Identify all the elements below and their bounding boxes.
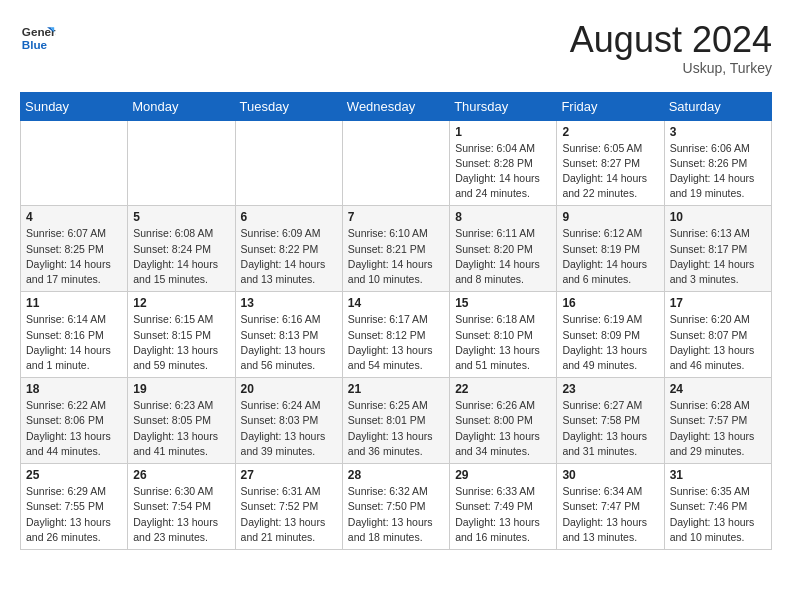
col-header-thursday: Thursday [450,92,557,120]
col-header-saturday: Saturday [664,92,771,120]
day-number: 26 [133,468,229,482]
logo: General Blue [20,20,56,56]
day-info: Sunrise: 6:14 AM Sunset: 8:16 PM Dayligh… [26,312,122,373]
calendar-cell: 15Sunrise: 6:18 AM Sunset: 8:10 PM Dayli… [450,292,557,378]
day-number: 16 [562,296,658,310]
day-info: Sunrise: 6:10 AM Sunset: 8:21 PM Dayligh… [348,226,444,287]
day-number: 29 [455,468,551,482]
day-number: 2 [562,125,658,139]
day-info: Sunrise: 6:06 AM Sunset: 8:26 PM Dayligh… [670,141,766,202]
day-info: Sunrise: 6:04 AM Sunset: 8:28 PM Dayligh… [455,141,551,202]
calendar-cell: 2Sunrise: 6:05 AM Sunset: 8:27 PM Daylig… [557,120,664,206]
calendar-cell: 31Sunrise: 6:35 AM Sunset: 7:46 PM Dayli… [664,464,771,550]
calendar-cell [21,120,128,206]
day-number: 3 [670,125,766,139]
calendar-week-row: 11Sunrise: 6:14 AM Sunset: 8:16 PM Dayli… [21,292,772,378]
day-info: Sunrise: 6:16 AM Sunset: 8:13 PM Dayligh… [241,312,337,373]
calendar-cell: 18Sunrise: 6:22 AM Sunset: 8:06 PM Dayli… [21,378,128,464]
day-info: Sunrise: 6:11 AM Sunset: 8:20 PM Dayligh… [455,226,551,287]
day-info: Sunrise: 6:15 AM Sunset: 8:15 PM Dayligh… [133,312,229,373]
calendar-cell: 17Sunrise: 6:20 AM Sunset: 8:07 PM Dayli… [664,292,771,378]
day-info: Sunrise: 6:31 AM Sunset: 7:52 PM Dayligh… [241,484,337,545]
calendar-cell: 12Sunrise: 6:15 AM Sunset: 8:15 PM Dayli… [128,292,235,378]
day-number: 9 [562,210,658,224]
calendar-cell: 16Sunrise: 6:19 AM Sunset: 8:09 PM Dayli… [557,292,664,378]
day-info: Sunrise: 6:05 AM Sunset: 8:27 PM Dayligh… [562,141,658,202]
day-number: 14 [348,296,444,310]
day-info: Sunrise: 6:26 AM Sunset: 8:00 PM Dayligh… [455,398,551,459]
day-number: 11 [26,296,122,310]
col-header-monday: Monday [128,92,235,120]
calendar-cell: 25Sunrise: 6:29 AM Sunset: 7:55 PM Dayli… [21,464,128,550]
day-number: 18 [26,382,122,396]
calendar-cell: 11Sunrise: 6:14 AM Sunset: 8:16 PM Dayli… [21,292,128,378]
svg-text:General: General [22,25,56,38]
day-number: 31 [670,468,766,482]
day-number: 1 [455,125,551,139]
calendar-cell [342,120,449,206]
day-number: 10 [670,210,766,224]
day-number: 20 [241,382,337,396]
day-number: 30 [562,468,658,482]
day-info: Sunrise: 6:19 AM Sunset: 8:09 PM Dayligh… [562,312,658,373]
col-header-friday: Friday [557,92,664,120]
day-number: 17 [670,296,766,310]
day-info: Sunrise: 6:23 AM Sunset: 8:05 PM Dayligh… [133,398,229,459]
calendar-cell: 4Sunrise: 6:07 AM Sunset: 8:25 PM Daylig… [21,206,128,292]
page-header: General Blue August 2024 Uskup, Turkey [20,20,772,76]
day-info: Sunrise: 6:24 AM Sunset: 8:03 PM Dayligh… [241,398,337,459]
calendar-cell: 24Sunrise: 6:28 AM Sunset: 7:57 PM Dayli… [664,378,771,464]
title-area: August 2024 Uskup, Turkey [570,20,772,76]
calendar-cell: 8Sunrise: 6:11 AM Sunset: 8:20 PM Daylig… [450,206,557,292]
location-subtitle: Uskup, Turkey [570,60,772,76]
day-number: 6 [241,210,337,224]
month-year-title: August 2024 [570,20,772,60]
day-number: 7 [348,210,444,224]
calendar-cell: 1Sunrise: 6:04 AM Sunset: 8:28 PM Daylig… [450,120,557,206]
day-number: 12 [133,296,229,310]
calendar-week-row: 18Sunrise: 6:22 AM Sunset: 8:06 PM Dayli… [21,378,772,464]
day-info: Sunrise: 6:34 AM Sunset: 7:47 PM Dayligh… [562,484,658,545]
day-number: 4 [26,210,122,224]
calendar-cell [235,120,342,206]
day-number: 23 [562,382,658,396]
day-number: 21 [348,382,444,396]
calendar-cell: 26Sunrise: 6:30 AM Sunset: 7:54 PM Dayli… [128,464,235,550]
col-header-sunday: Sunday [21,92,128,120]
day-info: Sunrise: 6:28 AM Sunset: 7:57 PM Dayligh… [670,398,766,459]
calendar-cell: 27Sunrise: 6:31 AM Sunset: 7:52 PM Dayli… [235,464,342,550]
day-number: 27 [241,468,337,482]
calendar-week-row: 4Sunrise: 6:07 AM Sunset: 8:25 PM Daylig… [21,206,772,292]
day-number: 5 [133,210,229,224]
calendar-week-row: 25Sunrise: 6:29 AM Sunset: 7:55 PM Dayli… [21,464,772,550]
calendar-cell: 23Sunrise: 6:27 AM Sunset: 7:58 PM Dayli… [557,378,664,464]
calendar-header-row: SundayMondayTuesdayWednesdayThursdayFrid… [21,92,772,120]
calendar-cell: 30Sunrise: 6:34 AM Sunset: 7:47 PM Dayli… [557,464,664,550]
logo-icon: General Blue [20,20,56,56]
calendar-cell: 7Sunrise: 6:10 AM Sunset: 8:21 PM Daylig… [342,206,449,292]
calendar-cell: 9Sunrise: 6:12 AM Sunset: 8:19 PM Daylig… [557,206,664,292]
calendar-cell [128,120,235,206]
calendar-cell: 29Sunrise: 6:33 AM Sunset: 7:49 PM Dayli… [450,464,557,550]
day-info: Sunrise: 6:30 AM Sunset: 7:54 PM Dayligh… [133,484,229,545]
calendar-cell: 21Sunrise: 6:25 AM Sunset: 8:01 PM Dayli… [342,378,449,464]
day-info: Sunrise: 6:35 AM Sunset: 7:46 PM Dayligh… [670,484,766,545]
day-info: Sunrise: 6:07 AM Sunset: 8:25 PM Dayligh… [26,226,122,287]
day-info: Sunrise: 6:17 AM Sunset: 8:12 PM Dayligh… [348,312,444,373]
day-number: 8 [455,210,551,224]
calendar-cell: 10Sunrise: 6:13 AM Sunset: 8:17 PM Dayli… [664,206,771,292]
calendar-cell: 5Sunrise: 6:08 AM Sunset: 8:24 PM Daylig… [128,206,235,292]
day-info: Sunrise: 6:22 AM Sunset: 8:06 PM Dayligh… [26,398,122,459]
calendar-cell: 19Sunrise: 6:23 AM Sunset: 8:05 PM Dayli… [128,378,235,464]
day-info: Sunrise: 6:18 AM Sunset: 8:10 PM Dayligh… [455,312,551,373]
svg-text:Blue: Blue [22,38,48,51]
day-info: Sunrise: 6:09 AM Sunset: 8:22 PM Dayligh… [241,226,337,287]
calendar-cell: 14Sunrise: 6:17 AM Sunset: 8:12 PM Dayli… [342,292,449,378]
col-header-wednesday: Wednesday [342,92,449,120]
day-info: Sunrise: 6:29 AM Sunset: 7:55 PM Dayligh… [26,484,122,545]
day-info: Sunrise: 6:25 AM Sunset: 8:01 PM Dayligh… [348,398,444,459]
day-number: 22 [455,382,551,396]
col-header-tuesday: Tuesday [235,92,342,120]
calendar-cell: 3Sunrise: 6:06 AM Sunset: 8:26 PM Daylig… [664,120,771,206]
calendar-cell: 13Sunrise: 6:16 AM Sunset: 8:13 PM Dayli… [235,292,342,378]
